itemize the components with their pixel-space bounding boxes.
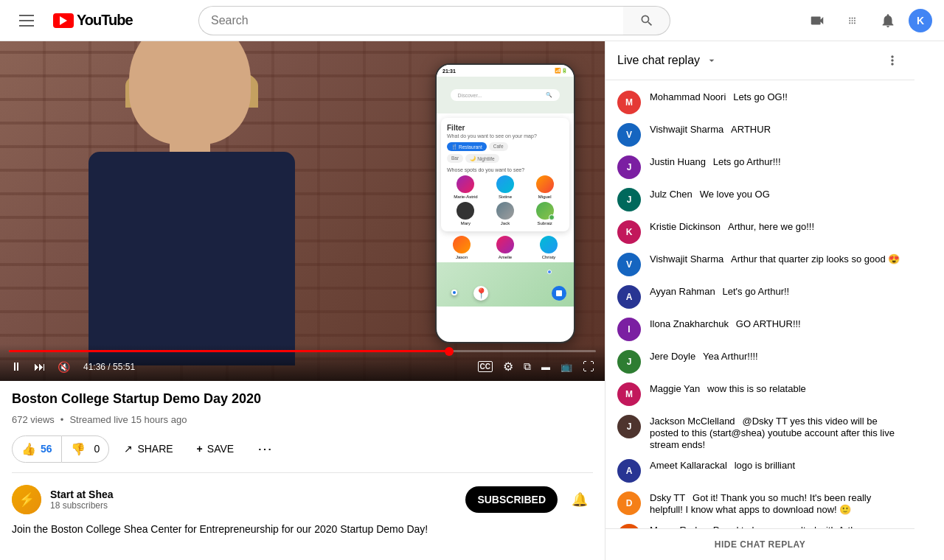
channel-avatar[interactable]: ⚡ [12,485,41,514]
message-text: Let's go Arthur!! [723,286,790,297]
chat-more-button[interactable] [882,50,903,71]
miniplayer-button[interactable]: ⧉ [519,356,535,377]
more-icon: ⋯ [257,440,272,458]
message-text: wow this is so relatable [707,383,806,394]
message-content: Ameet Kallarackal logo is brilliant [650,459,903,471]
notification-icon [880,13,896,29]
youtube-logo[interactable]: YouTube [53,12,133,29]
message-content: Mohammad Noori Lets go OG!! [650,91,903,102]
create-icon [809,13,825,29]
message-text: ARTHUR [731,124,771,135]
header: YouTube K [0,0,944,41]
hamburger-menu[interactable] [12,6,41,35]
share-button[interactable]: ↗ SHARE [115,437,181,461]
phone-mockup: 21:31 📶🔋 Discover...🔍 Filter What do you… [435,63,575,343]
message-author: Kristie Dickinson [650,221,721,232]
header-right: K [802,6,932,35]
message-author: Justin Huang [650,156,706,167]
chat-message: I Ilona Znakharchuk GO ARTHUR!!! [605,313,914,346]
notification-bell-button[interactable]: 🔔 [566,486,593,513]
chat-messages: M Mohammad Noori Lets go OG!! V Vishwaji… [605,80,914,528]
message-author: Ayyan Rahman [650,286,715,297]
fullscreen-button[interactable]: ⛶ [578,356,599,378]
message-text: Arthur, here we go!!! [728,221,814,232]
message-text: GO ARTHUR!!! [736,318,801,329]
search-input[interactable] [198,6,623,35]
message-author: Jackson McClelland [650,416,735,427]
cast-button[interactable]: 📺 [556,357,577,377]
apps-button[interactable] [838,6,867,35]
message-avatar: A [617,459,641,483]
chat-message: J Justin Huang Lets go Arthur!!! [605,151,914,183]
create-button[interactable] [802,6,832,35]
description-text: Join the Boston College Shea Center for … [12,523,593,535]
captions-button[interactable]: CC [473,357,497,377]
message-avatar: M [617,91,641,114]
message-author: Maggie Yan [650,383,700,394]
more-button[interactable]: ⋯ [249,434,281,463]
message-content: Maggie Yan wow this is so relatable [650,382,903,394]
skip-button[interactable]: ⏭ [30,356,50,378]
chat-message: J Julz Chen We love you OG [605,183,914,216]
hamburger-icon [13,9,40,32]
video-meta: 672 views • Streamed live 15 hours ago [12,414,593,425]
save-button[interactable]: + SAVE [188,437,243,461]
message-avatar: J [617,350,641,374]
channel-name[interactable]: Start at Shea [50,489,457,500]
pause-icon [10,360,22,374]
chat-dropdown-button[interactable] [706,55,718,66]
header-left: YouTube [12,6,133,35]
chat-message: V Vishwajit Sharma ARTHUR [605,119,914,151]
dislike-count: 0 [94,443,100,455]
message-avatar: J [617,155,641,179]
settings-icon: ⚙ [503,360,513,374]
mute-icon: 🔇 [58,361,70,373]
search-bar [198,6,670,35]
like-button[interactable]: 👍 56 [12,435,62,463]
pause-button[interactable] [6,356,27,378]
chat-message: J Jere Doyle Yea Arthur!!!! [605,346,914,378]
message-author: Ilona Znakharchuk [650,318,729,329]
message-text: We love you OG [700,189,770,200]
message-text: Arthur that quarter zip looks so good 😍 [731,253,900,265]
person-visual [30,56,384,365]
message-author: Vishwajit Sharma [650,124,723,135]
message-avatar: M [617,382,641,406]
video-player[interactable]: 21:31 📶🔋 Discover...🔍 Filter What do you… [0,41,605,381]
user-avatar[interactable]: K [909,9,932,32]
dislike-button[interactable]: 👎 0 [62,435,110,463]
chat-message: M Maggie Yan wow this is so relatable [605,378,914,410]
video-description: Join the Boston College Shea Center for … [0,514,605,544]
chat-message: M Margo Reder Proud to have consulted wi… [605,519,914,528]
message-text: Lets go OG!! [733,91,788,102]
meta-dot: • [60,414,64,425]
mute-button[interactable]: 🔇 [53,357,74,377]
share-icon: ↗ [124,443,133,455]
apps-icon [845,13,860,28]
message-content: Dsky TT Got it! Thank you so much! It's … [650,491,903,515]
video-title: Boston College Startup Demo Day 2020 [12,390,593,408]
save-label: SAVE [207,443,234,455]
controls-right: CC ⚙ ⧉ ▬ 📺 [473,355,599,378]
notifications-button[interactable] [873,6,903,35]
subscribe-button[interactable]: SUBSCRIBED [465,486,558,513]
hide-chat-button[interactable]: HIDE CHAT REPLAY [605,528,914,560]
message-content: Vishwajit Sharma Arthur that quarter zip… [650,253,903,265]
chat-message: M Mohammad Noori Lets go OG!! [605,86,914,119]
message-content: Kristie Dickinson Arthur, here we go!!! [650,220,903,232]
youtube-wordmark: YouTube [77,12,133,29]
share-label: SHARE [137,443,173,455]
message-text: Yea Arthur!!!! [703,351,758,362]
video-background: 21:31 📶🔋 Discover...🔍 Filter What do you… [0,41,605,381]
message-text: Lets go Arthur!!! [713,156,781,167]
channel-info: ⚡ Start at Shea 18 subscribers SUBSCRIBE… [0,473,605,514]
chat-header: Live chat replay [605,41,914,80]
theater-button[interactable]: ▬ [537,357,555,377]
fullscreen-icon: ⛶ [583,360,594,374]
search-button[interactable] [623,6,670,35]
progress-bar[interactable] [0,350,605,352]
message-content: Ilona Znakharchuk GO ARTHUR!!! [650,318,903,329]
message-author: Mohammad Noori [650,91,726,102]
settings-button[interactable]: ⚙ [499,355,518,378]
main-content: 21:31 📶🔋 Discover...🔍 Filter What do you… [0,41,944,560]
